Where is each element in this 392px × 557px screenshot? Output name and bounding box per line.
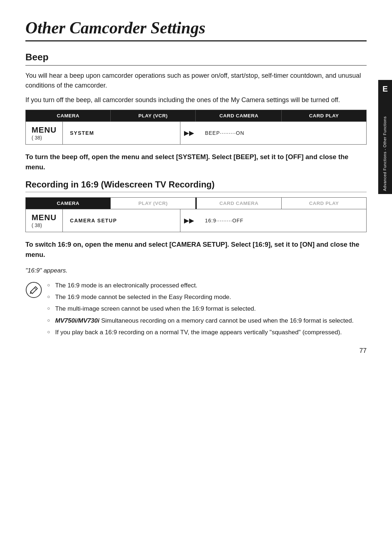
svg-line-1 (34, 288, 37, 290)
side-tab: E Advanced Functions - Other Functions (378, 80, 392, 194)
note-item-1: The 16:9 mode is an electronically proce… (47, 281, 367, 290)
beep-menu-word: MENU (32, 125, 57, 135)
beep-body2: If you turn off the beep, all camcorder … (25, 95, 367, 105)
widescreen-instruction: To switch 16:9 on, open the menu and sel… (25, 239, 367, 260)
note-box: The 16:9 mode is an electronically proce… (25, 281, 367, 340)
page-number: 77 (359, 347, 367, 355)
beep-mode-bar: CAMERA PLAY (VCR) CARD CAMERA CARD PLAY (25, 110, 367, 122)
widescreen-menu-word: MENU (32, 213, 57, 222)
widescreen-section-heading: Recording in 16:9 (Widescreen TV Recordi… (25, 179, 367, 190)
widescreen-mode-card-play: CARD PLAY (282, 198, 366, 209)
beep-arrow-icon: ▶▶ (184, 129, 194, 137)
widescreen-arrow-icon: ▶▶ (184, 217, 194, 225)
svg-point-0 (26, 282, 41, 298)
beep-instruction: To turn the beep off, open the menu and … (25, 152, 367, 172)
note-item-4: MV750i/MV730i Simultaneous recording on … (47, 316, 367, 326)
beep-menu-value: BEEP·········ON (198, 122, 366, 144)
note-item-3: The multi-image screen cannot be used wh… (47, 304, 367, 314)
side-tab-text: Advanced Functions - Other Functions (383, 98, 387, 194)
widescreen-menu-label: MENU ( 38) (26, 209, 63, 232)
widescreen-menu-camera-setup: CAMERA SETUP (63, 209, 180, 232)
beep-section-heading: Beep (25, 52, 367, 63)
note-item-5: If you play back a 16:9 recording on a n… (47, 328, 367, 337)
widescreen-section-underline (25, 192, 367, 193)
beep-mode-play-vcr: PLAY (VCR) (111, 110, 196, 121)
widescreen-menu-arrow: ▶▶ (180, 209, 198, 232)
page-container: E Advanced Functions - Other Functions O… (0, 0, 392, 365)
beep-menu-page: ( 38) (32, 135, 42, 141)
beep-menu-system: SYSTEM (63, 122, 180, 144)
note-list: The 16:9 mode is an electronically proce… (47, 281, 367, 340)
page-title: Other Camcorder Settings (25, 18, 367, 37)
beep-menu-arrow: ▶▶ (180, 122, 198, 144)
widescreen-mode-camera: CAMERA (26, 198, 111, 209)
beep-menu-row: MENU ( 38) SYSTEM ▶▶ BEEP·········ON (25, 122, 367, 145)
side-tab-letter: E (383, 80, 388, 98)
note-icon (25, 282, 42, 298)
widescreen-mode-bar: CAMERA PLAY (VCR) CARD CAMERA CARD PLAY (25, 197, 367, 209)
beep-mode-card-camera: CARD CAMERA (197, 110, 282, 121)
widescreen-menu-value: 16:9·········OFF (198, 209, 366, 232)
title-underline (25, 40, 367, 41)
widescreen-appears-text: "16:9" appears. (25, 267, 367, 274)
beep-menu-label: MENU ( 38) (26, 122, 63, 144)
mv-bold-label: MV750i/MV730i (55, 317, 99, 324)
note-item-4-text: Simultaneous recording on a memory card … (101, 317, 354, 324)
note-item-2: The 16:9 mode cannot be selected in the … (47, 292, 367, 302)
beep-mode-card-play: CARD PLAY (282, 110, 366, 121)
beep-mode-camera: CAMERA (26, 110, 111, 121)
widescreen-menu-page: ( 38) (32, 222, 42, 228)
beep-body1: You will hear a beep upon camcorder oper… (25, 71, 367, 91)
widescreen-menu-row: MENU ( 38) CAMERA SETUP ▶▶ 16:9·········… (25, 209, 367, 232)
widescreen-mode-play-vcr: PLAY (VCR) (111, 198, 196, 209)
widescreen-mode-card-camera: CARD CAMERA (197, 198, 282, 209)
pencil-icon (25, 282, 42, 298)
beep-section-underline (25, 65, 367, 66)
